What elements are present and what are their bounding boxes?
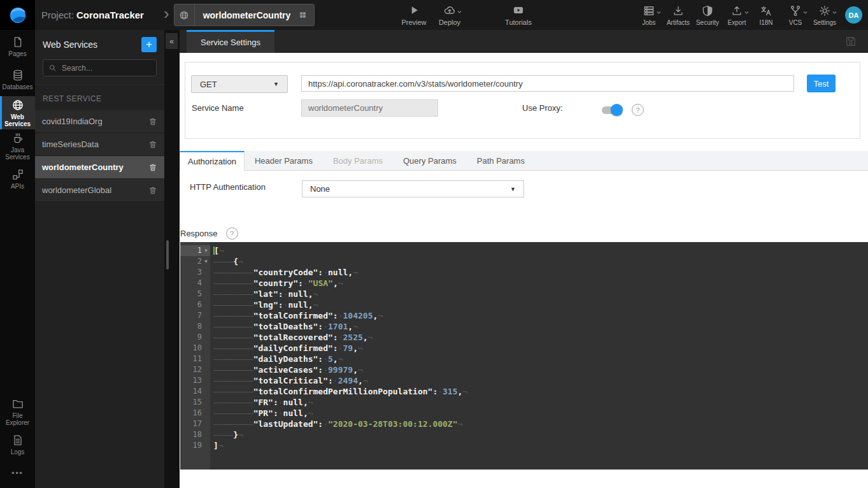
editor-gutter[interactable]: 2 ▾ (180, 256, 210, 267)
tab-body-params[interactable]: Body Params (323, 151, 393, 170)
fold-arrow-icon[interactable] (202, 375, 210, 386)
security-button[interactable]: Security (693, 4, 722, 26)
fold-arrow-icon[interactable]: ▾ (202, 256, 210, 267)
service-item-worldometerGlobal[interactable]: worldometerGlobal (35, 179, 164, 202)
fold-arrow-icon[interactable] (202, 310, 210, 321)
editor-gutter[interactable]: 8 (180, 321, 210, 332)
editor-gutter[interactable]: 10 (180, 343, 210, 354)
editor-gutter[interactable]: 18 (180, 429, 210, 440)
artifacts-button[interactable]: Artifacts (664, 4, 693, 26)
use-proxy-toggle[interactable] (602, 106, 622, 114)
fold-arrow-icon[interactable] (202, 321, 210, 332)
fold-arrow-icon[interactable] (202, 343, 210, 354)
editor-gutter[interactable]: 6 (180, 299, 210, 310)
editor-line: 4 ————————"country":·"USA",¬ (180, 278, 868, 289)
action-icon (512, 4, 525, 17)
editor-gutter[interactable]: 1 ▾ (180, 245, 210, 256)
jobs-button[interactable]: Jobs (634, 4, 664, 26)
more-options-button[interactable]: ••• (0, 469, 35, 478)
http-auth-select[interactable]: None ▼ (302, 180, 524, 197)
fold-arrow-icon[interactable] (202, 354, 210, 364)
trash-icon[interactable] (148, 185, 157, 196)
save-icon[interactable] (844, 35, 857, 48)
url-input[interactable] (301, 75, 794, 92)
tutorials-button[interactable]: Tutorials (501, 4, 536, 26)
trash-icon[interactable] (148, 117, 157, 127)
service-item-covid19IndiaOrg[interactable]: covid19IndiaOrg (35, 110, 164, 133)
editor-gutter[interactable]: 7 (180, 310, 210, 321)
avatar[interactable]: DA (845, 6, 862, 24)
editor-gutter[interactable]: 11 (180, 354, 210, 364)
fold-arrow-icon[interactable] (202, 419, 210, 429)
entity-tab-worldometerCountry[interactable]: worldometerCountry (174, 4, 315, 26)
deploy-button[interactable]: Deploy (432, 4, 467, 26)
logo-icon (8, 6, 27, 25)
service-item-timeSeriesData[interactable]: timeSeriesData (35, 133, 164, 156)
service-item-worldometerCountry[interactable]: worldometerCountry (35, 156, 164, 179)
action-icon (701, 4, 714, 17)
editor-line: 12 ————————"activeCases":·99979,¬ (180, 364, 868, 375)
editor-gutter[interactable]: 13 (180, 375, 210, 386)
editor-gutter[interactable]: 9 (180, 332, 210, 343)
editor-gutter[interactable]: 19 (180, 440, 210, 451)
fold-arrow-icon[interactable] (202, 299, 210, 310)
fold-arrow-icon[interactable] (202, 332, 210, 343)
editor-gutter[interactable]: 3 (180, 267, 210, 278)
fold-arrow-icon[interactable] (202, 440, 210, 451)
fold-arrow-icon[interactable] (202, 289, 210, 299)
search-input[interactable] (60, 63, 151, 73)
trash-icon[interactable] (148, 140, 157, 150)
http-auth-label: HTTP Authentication (190, 182, 266, 192)
editor-gutter[interactable]: 15 (180, 397, 210, 408)
action-label: Security (696, 19, 719, 26)
trash-icon[interactable] (148, 162, 157, 173)
fold-arrow-icon[interactable]: ▾ (202, 245, 210, 256)
response-help-icon[interactable]: ? (226, 227, 238, 240)
export-button[interactable]: Export (722, 4, 751, 26)
sidebar-item-web-services[interactable]: Web Services (0, 96, 35, 129)
method-select[interactable]: GET ▼ (191, 75, 288, 93)
fold-arrow-icon[interactable] (202, 429, 210, 440)
sidebar-item-java-services[interactable]: Java Services (0, 129, 35, 162)
fold-arrow-icon[interactable] (202, 397, 210, 408)
fold-arrow-icon[interactable] (202, 408, 210, 419)
search-box[interactable] (43, 59, 157, 76)
grid-icon[interactable] (299, 11, 307, 19)
line-number: 8 (180, 321, 202, 332)
editor-gutter[interactable]: 4 (180, 278, 210, 289)
tab-path-params[interactable]: Path Params (467, 151, 535, 170)
editor-gutter[interactable]: 12 (180, 364, 210, 375)
sidebar-item-logs[interactable]: Logs (0, 428, 35, 461)
editor-gutter[interactable]: 17 (180, 419, 210, 429)
preview-button[interactable]: Preview (396, 4, 432, 26)
tab-service-settings[interactable]: Service Settings (187, 30, 274, 53)
editor-gutter[interactable]: 5 (180, 289, 210, 299)
fold-arrow-icon[interactable] (202, 364, 210, 375)
sidebar-item-apis[interactable]: APIs (0, 162, 35, 196)
editor-gutter[interactable]: 16 (180, 408, 210, 419)
settings-button[interactable]: Settings (810, 4, 839, 26)
tab-header-params[interactable]: Header Params (245, 151, 323, 170)
proxy-help-icon[interactable]: ? (632, 104, 644, 116)
sidebar-item-file-explorer[interactable]: File Explorer (0, 395, 35, 428)
i18n-button[interactable]: I18N (751, 4, 781, 26)
sidebar-item-pages[interactable]: Pages (0, 30, 35, 63)
code-line: ————————"dailyConfirmed":·79,¬ (210, 343, 363, 354)
response-code-editor[interactable]: 1 ▾ [¬ 2 ▾ ————{¬ 3 (180, 242, 868, 470)
editor-gutter[interactable]: 14 (180, 386, 210, 397)
vcs-button[interactable]: VCS (781, 4, 810, 26)
sidebar-item-label: APIs (11, 183, 24, 190)
service-name-input[interactable] (301, 99, 438, 117)
tab-query-params[interactable]: Query Params (393, 151, 467, 170)
scrollbar-thumb[interactable] (166, 240, 169, 269)
sidebar-item-icon (11, 434, 24, 447)
wavemaker-logo[interactable] (0, 0, 35, 30)
add-service-button[interactable]: + (141, 37, 157, 52)
fold-arrow-icon[interactable] (202, 386, 210, 397)
test-button[interactable]: Test (807, 75, 836, 92)
fold-arrow-icon[interactable] (202, 278, 210, 289)
tab-authorization[interactable]: Authorization (180, 151, 245, 171)
fold-arrow-icon[interactable] (202, 267, 210, 278)
collapse-panel-button[interactable]: « (166, 33, 178, 49)
sidebar-item-databases[interactable]: Databases (0, 63, 35, 96)
